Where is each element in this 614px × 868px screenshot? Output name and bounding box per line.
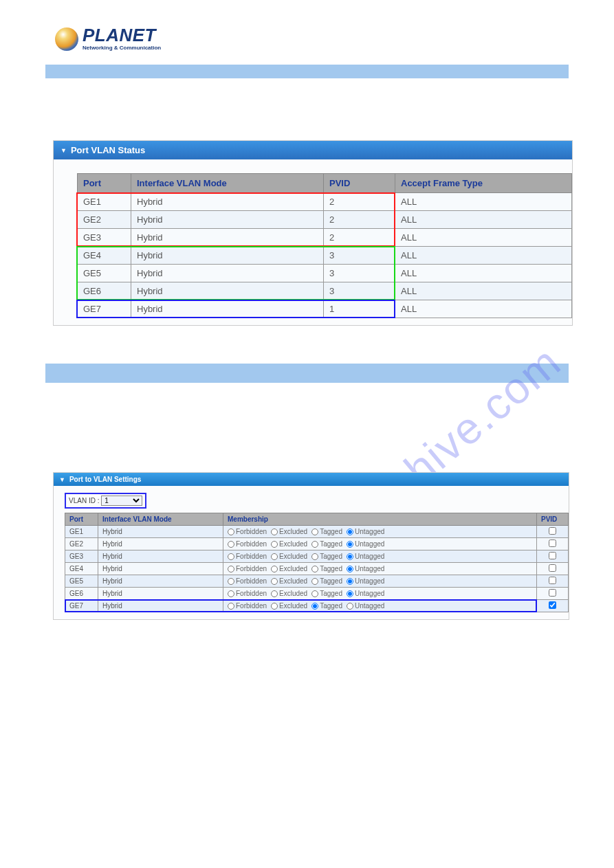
pvid-checkbox[interactable] (549, 564, 556, 572)
pvid-checkbox[interactable] (549, 601, 556, 609)
membership-radio[interactable] (228, 553, 234, 560)
membership-forbidden[interactable]: Forbidden (228, 602, 267, 610)
panel1-header[interactable]: ▼ Port VLAN Status (54, 141, 572, 159)
membership-forbidden[interactable]: Forbidden (228, 528, 267, 535)
panel2-header[interactable]: ▼ Port to VLAN Settings (54, 473, 569, 486)
membership-radio[interactable] (311, 603, 318, 610)
membership-radio[interactable] (271, 528, 278, 535)
membership-untagged[interactable]: Untagged (347, 540, 384, 548)
membership-untagged[interactable]: Untagged (347, 565, 384, 572)
membership-forbidden[interactable]: Forbidden (228, 590, 267, 597)
membership-forbidden[interactable]: Forbidden (228, 540, 267, 548)
membership-radio[interactable] (228, 541, 234, 548)
membership-untagged[interactable]: Untagged (347, 553, 384, 560)
membership-label: Forbidden (236, 565, 267, 572)
cell-port: GE5 (65, 575, 98, 588)
membership-radio[interactable] (347, 603, 353, 610)
pvid-checkbox[interactable] (549, 552, 556, 559)
membership-tagged[interactable]: Tagged (311, 540, 342, 548)
membership-label: Forbidden (236, 540, 267, 548)
membership-radio[interactable] (347, 553, 353, 560)
membership-radio[interactable] (311, 566, 318, 572)
membership-label: Tagged (320, 528, 342, 535)
cell-mode: Hybrid (98, 588, 223, 600)
membership-forbidden[interactable]: Forbidden (228, 553, 267, 560)
membership-tagged[interactable]: Tagged (311, 590, 342, 597)
membership-radio[interactable] (271, 541, 278, 548)
membership-label: Untagged (355, 528, 384, 535)
membership-radio[interactable] (347, 528, 353, 535)
th-port: Port (78, 174, 131, 193)
membership-untagged[interactable]: Untagged (347, 602, 384, 610)
membership-radio[interactable] (311, 541, 318, 548)
cell-mode: Hybrid (131, 211, 324, 229)
cell-aft: ALL (395, 211, 572, 229)
brand-logo: PLANET Networking & Communication (55, 27, 614, 51)
cell-mode: Hybrid (131, 193, 324, 211)
membership-radio[interactable] (311, 528, 318, 535)
pvid-checkbox[interactable] (549, 589, 556, 597)
membership-radio[interactable] (271, 553, 278, 560)
membership-forbidden[interactable]: Forbidden (228, 577, 267, 585)
membership-radio[interactable] (347, 590, 353, 597)
membership-radio[interactable] (271, 578, 278, 585)
vlan-id-box: VLAN ID : 1 (65, 493, 146, 509)
membership-radio[interactable] (347, 541, 353, 548)
membership-label: Excluded (279, 565, 307, 572)
cell-port: GE4 (65, 563, 98, 575)
table-row: GE2HybridForbiddenExcludedTaggedUntagged (65, 538, 569, 550)
membership-tagged[interactable]: Tagged (311, 577, 342, 585)
cell-mode: Hybrid (131, 265, 324, 282)
membership-radio[interactable] (228, 578, 234, 585)
table-row: GE3HybridForbiddenExcludedTaggedUntagged (65, 550, 569, 563)
membership-radio[interactable] (271, 590, 278, 597)
cell-pvid (537, 600, 569, 612)
membership-radio[interactable] (311, 590, 318, 597)
membership-untagged[interactable]: Untagged (347, 590, 384, 597)
membership-forbidden[interactable]: Forbidden (228, 565, 267, 572)
port-vlan-status-table: Port Interface VLAN Mode PVID Accept Fra… (77, 173, 572, 318)
membership-radio[interactable] (311, 578, 318, 585)
membership-excluded[interactable]: Excluded (271, 577, 307, 585)
membership-excluded[interactable]: Excluded (271, 540, 307, 548)
membership-tagged[interactable]: Tagged (311, 528, 342, 535)
cell-membership: ForbiddenExcludedTaggedUntagged (223, 563, 537, 575)
cell-port: GE5 (78, 265, 131, 282)
cell-aft: ALL (395, 300, 572, 318)
membership-excluded[interactable]: Excluded (271, 602, 307, 610)
membership-radio[interactable] (228, 566, 234, 572)
membership-radio[interactable] (228, 603, 234, 610)
membership-radio[interactable] (228, 528, 234, 535)
panel1-title: Port VLAN Status (71, 145, 145, 155)
membership-radio[interactable] (311, 553, 318, 560)
pvid-checkbox[interactable] (549, 539, 556, 547)
cell-pvid (537, 526, 569, 538)
cell-port: GE7 (65, 600, 98, 612)
cell-mode: Hybrid (98, 550, 223, 563)
membership-excluded[interactable]: Excluded (271, 590, 307, 597)
membership-tagged[interactable]: Tagged (311, 553, 342, 560)
cell-port: GE7 (78, 300, 131, 318)
table-row: GE6Hybrid3ALL (78, 282, 572, 300)
logo-orb-icon (55, 27, 78, 51)
vlan-id-label: VLAN ID : (69, 497, 99, 504)
membership-radio[interactable] (347, 566, 353, 572)
pvid-checkbox[interactable] (549, 577, 556, 584)
vlan-id-select[interactable]: 1 (101, 496, 142, 506)
membership-untagged[interactable]: Untagged (347, 528, 384, 535)
membership-radio[interactable] (271, 603, 278, 610)
membership-radio[interactable] (228, 590, 234, 597)
membership-excluded[interactable]: Excluded (271, 528, 307, 535)
membership-tagged[interactable]: Tagged (311, 565, 342, 572)
pvid-checkbox[interactable] (549, 527, 556, 535)
cell-pvid (537, 538, 569, 550)
membership-radio[interactable] (271, 566, 278, 572)
cell-membership: ForbiddenExcludedTaggedUntagged (223, 550, 537, 563)
cell-port: GE3 (78, 229, 131, 247)
membership-tagged[interactable]: Tagged (311, 602, 342, 610)
cell-pvid (537, 550, 569, 563)
membership-excluded[interactable]: Excluded (271, 553, 307, 560)
membership-radio[interactable] (347, 578, 353, 585)
membership-untagged[interactable]: Untagged (347, 577, 384, 585)
membership-excluded[interactable]: Excluded (271, 565, 307, 572)
